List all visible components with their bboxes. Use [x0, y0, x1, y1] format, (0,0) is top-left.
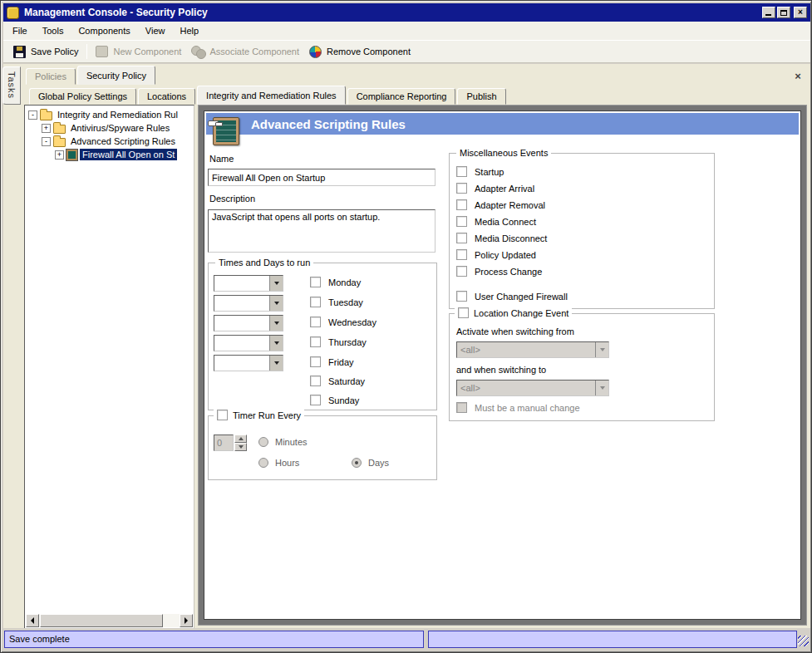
sunday-checkbox[interactable]	[310, 395, 321, 405]
primary-tab-strip: Policies Security Policy	[26, 66, 155, 85]
media-disconnect-checkbox[interactable]	[456, 233, 467, 243]
status-message-panel: Save complete	[4, 631, 424, 648]
adapter-removal-checkbox-row[interactable]: Adapter Removal	[456, 199, 545, 210]
collapse-icon[interactable]: -	[42, 137, 51, 146]
tuesday-checkbox[interactable]	[310, 297, 321, 307]
startup-checkbox[interactable]	[456, 166, 467, 177]
horizontal-scrollbar[interactable]	[26, 614, 193, 627]
process-change-label: Process Change	[475, 267, 542, 277]
time-slot-combo-1[interactable]	[214, 275, 283, 292]
tree-item-advanced-scripting-rules[interactable]: - Advanced Scripting Rules	[42, 135, 178, 148]
adapter-arrival-checkbox[interactable]	[456, 183, 467, 194]
user-changed-firewall-checkbox[interactable]	[456, 291, 467, 302]
remove-component-button[interactable]: Remove Component	[304, 43, 416, 61]
tuesday-checkbox-row[interactable]: Tuesday	[310, 297, 363, 307]
policy-updated-checkbox-row[interactable]: Policy Updated	[456, 249, 536, 260]
menu-bar: File Tools Components View Help	[3, 22, 810, 40]
collapse-icon[interactable]: -	[28, 110, 37, 120]
name-input[interactable]	[208, 169, 436, 186]
switch-from-combo: <all>	[456, 341, 609, 358]
chevron-down-icon[interactable]	[269, 296, 283, 311]
tree-item-integrity-remediation[interactable]: - Integrity and Remediation Rul	[28, 108, 180, 121]
time-slot-combo-4[interactable]	[214, 335, 283, 351]
tab-locations[interactable]: Locations	[138, 88, 195, 105]
saturday-checkbox[interactable]	[310, 376, 321, 386]
description-label: Description	[209, 194, 255, 204]
chevron-down-icon[interactable]	[269, 336, 283, 351]
monday-checkbox[interactable]	[310, 277, 321, 287]
thursday-checkbox-row[interactable]: Thursday	[310, 336, 367, 347]
chevron-down-icon[interactable]	[269, 316, 283, 331]
resize-grip[interactable]	[798, 636, 809, 646]
expand-icon[interactable]: +	[55, 150, 64, 160]
sunday-checkbox-row[interactable]: Sunday	[310, 395, 359, 405]
menu-file[interactable]: File	[5, 23, 35, 38]
tab-integrity-remediation-rules[interactable]: Integrity and Remediation Rules	[197, 86, 346, 105]
process-change-checkbox-row[interactable]: Process Change	[456, 266, 542, 277]
wednesday-checkbox-row[interactable]: Wednesday	[310, 317, 376, 327]
saturday-checkbox-row[interactable]: Saturday	[310, 376, 365, 386]
tab-policies: Policies	[26, 68, 76, 85]
sunday-label: Sunday	[328, 395, 359, 405]
menu-view[interactable]: View	[138, 23, 173, 38]
save-policy-button[interactable]: Save Policy	[8, 43, 83, 61]
tree-item-firewall-all-open[interactable]: + Firewall All Open on St	[55, 148, 177, 161]
time-slot-combo-3[interactable]	[214, 315, 283, 331]
minimize-button[interactable]	[762, 7, 775, 18]
startup-checkbox-row[interactable]: Startup	[456, 166, 504, 177]
close-button[interactable]: ×	[794, 7, 807, 18]
time-slot-combo-2[interactable]	[214, 295, 283, 312]
adapter-arrival-checkbox-row[interactable]: Adapter Arrival	[456, 183, 534, 194]
friday-checkbox[interactable]	[310, 356, 321, 367]
tree-item-label[interactable]: Advanced Scripting Rules	[68, 135, 178, 147]
location-change-event-checkbox[interactable]	[458, 307, 469, 318]
tree-item-label[interactable]: Integrity and Remediation Rul	[55, 109, 180, 120]
scroll-left-button[interactable]	[26, 614, 39, 627]
wednesday-checkbox[interactable]	[310, 317, 321, 327]
adapter-removal-checkbox[interactable]	[456, 199, 467, 210]
policy-updated-checkbox[interactable]	[456, 249, 467, 260]
user-changed-firewall-label: User Changed Firewall	[475, 292, 568, 302]
monday-checkbox-row[interactable]: Monday	[310, 277, 361, 287]
timer-run-every-checkbox[interactable]	[217, 410, 228, 420]
pane-close-icon[interactable]: ×	[792, 71, 804, 82]
tasks-side-tab[interactable]: Tasks	[2, 66, 21, 105]
status-secondary-panel	[428, 631, 797, 648]
description-input[interactable]: JavaScript that opens all ports on start…	[208, 209, 436, 253]
media-connect-checkbox-row[interactable]: Media Connect	[456, 216, 536, 227]
associate-component-button: Associate Component	[186, 43, 304, 60]
application-window: Management Console - Security Policy × F…	[0, 0, 812, 653]
user-changed-firewall-checkbox-row[interactable]: User Changed Firewall	[456, 291, 568, 302]
arrow-right-icon	[185, 617, 188, 624]
expand-icon[interactable]: +	[42, 124, 51, 133]
switch-to-value: <all>	[457, 381, 595, 395]
menu-tools[interactable]: Tools	[35, 23, 71, 38]
menu-components[interactable]: Components	[71, 23, 137, 38]
main-panel-frame: Advanced Scripting Rules Name Descriptio…	[198, 105, 807, 626]
maximize-button[interactable]	[777, 7, 790, 18]
tab-global-policy-settings[interactable]: Global Policy Settings	[29, 88, 136, 105]
window-title: Management Console - Security Policy	[24, 7, 762, 18]
tab-publish[interactable]: Publish	[457, 88, 505, 105]
tree-item-label[interactable]: Antivirus/Spyware Rules	[68, 122, 172, 134]
media-connect-checkbox[interactable]	[456, 216, 467, 227]
hours-label: Hours	[275, 458, 299, 468]
chevron-down-icon[interactable]	[269, 356, 283, 371]
tree-item-label-selected[interactable]: Firewall All Open on St	[80, 149, 177, 160]
tab-security-policy[interactable]: Security Policy	[77, 66, 155, 85]
media-disconnect-checkbox-row[interactable]: Media Disconnect	[456, 233, 547, 243]
process-change-checkbox[interactable]	[456, 266, 467, 277]
tab-compliance-reporting[interactable]: Compliance Reporting	[347, 88, 456, 105]
policy-tree-panel: - Integrity and Remediation Rul + Antivi…	[24, 105, 194, 629]
scrollbar-thumb[interactable]	[40, 614, 163, 627]
time-slot-combo-5[interactable]	[214, 355, 283, 371]
menu-help[interactable]: Help	[172, 23, 206, 38]
switch-from-label: Activate when switching from	[456, 326, 574, 336]
adapter-arrival-label: Adapter Arrival	[475, 184, 534, 194]
toolbar-separator	[86, 44, 87, 59]
tree-item-antivirus-spyware-rules[interactable]: + Antivirus/Spyware Rules	[42, 121, 172, 135]
thursday-checkbox[interactable]	[310, 336, 321, 347]
chevron-down-icon[interactable]	[269, 276, 283, 291]
friday-checkbox-row[interactable]: Friday	[310, 356, 354, 367]
scroll-right-button[interactable]	[180, 614, 193, 627]
